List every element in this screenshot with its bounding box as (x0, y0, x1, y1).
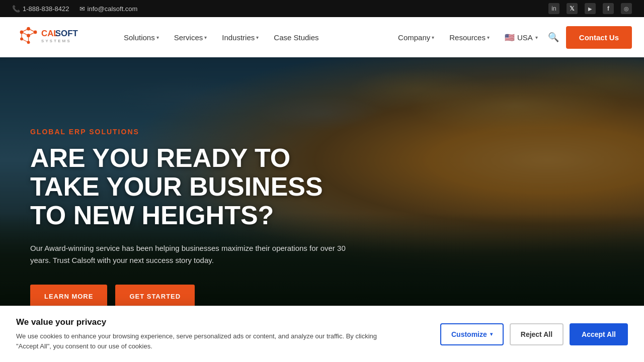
learn-more-button[interactable]: LEARN MORE (30, 285, 107, 308)
nav-right: 🔍 Contact Us (544, 26, 632, 49)
hero-section: GLOBAL ERP SOLUTIONS ARE YOU READY TO TA… (0, 57, 644, 314)
top-bar-contact: 📞 1-888-838-8422 ✉ info@calsoft.com (12, 5, 137, 13)
company-chevron: ▾ (432, 35, 434, 40)
flag-icon: 🇺🇸 (505, 33, 515, 42)
hero-content: GLOBAL ERP SOLUTIONS ARE YOU READY TO TA… (0, 57, 392, 308)
svg-text:SYSTEMS: SYSTEMS (41, 39, 71, 43)
nav-country[interactable]: 🇺🇸 USA ▾ (499, 28, 544, 47)
nav-company[interactable]: Company ▾ (392, 28, 440, 47)
social-links: in 𝕏 ▶ f ◎ (548, 3, 632, 14)
svg-text:SOFT: SOFT (55, 29, 78, 38)
youtube-icon[interactable]: ▶ (585, 3, 596, 14)
nav-case-studies[interactable]: Case Studies (268, 28, 325, 47)
country-chevron: ▾ (535, 35, 538, 40)
email-link[interactable]: ✉ info@calsoft.com (79, 5, 138, 13)
hero-eyebrow: GLOBAL ERP SOLUTIONS (30, 128, 362, 136)
instagram-icon[interactable]: ◎ (621, 3, 632, 14)
top-bar: 📞 1-888-838-8422 ✉ info@calsoft.com in 𝕏… (0, 0, 644, 17)
svg-line-6 (22, 29, 29, 32)
phone-number: 1-888-838-8422 (23, 5, 69, 13)
svg-line-8 (29, 29, 36, 32)
nav-resources[interactable]: Resources ▾ (443, 28, 496, 47)
nav-industries[interactable]: Industries ▾ (216, 28, 265, 47)
logo-area[interactable]: CAL SOFT SYSTEMS (12, 24, 98, 51)
hero-buttons: LEARN MORE GET STARTED (30, 285, 362, 308)
services-chevron: ▾ (204, 35, 207, 40)
search-button[interactable]: 🔍 (544, 28, 563, 47)
nav-services[interactable]: Services ▾ (168, 28, 213, 47)
solutions-chevron: ▾ (156, 35, 159, 40)
linkedin-icon[interactable]: in (548, 3, 559, 14)
nav-links: Solutions ▾ Services ▾ Industries ▾ Case… (118, 28, 544, 47)
email-icon: ✉ (79, 5, 85, 13)
contact-button[interactable]: Contact Us (566, 26, 632, 49)
hero-title: ARE YOU READY TO TAKE YOUR BUSINESS TO N… (30, 144, 362, 230)
svg-line-11 (22, 39, 29, 42)
get-started-button[interactable]: GET STARTED (115, 285, 195, 308)
svg-line-7 (22, 32, 29, 35)
logo-svg: CAL SOFT SYSTEMS (12, 24, 98, 51)
phone-icon: 📞 (12, 5, 20, 13)
facebook-icon[interactable]: f (603, 3, 614, 14)
email-address: info@calsoft.com (88, 5, 138, 13)
resources-chevron: ▾ (487, 35, 490, 40)
industries-chevron: ▾ (256, 35, 259, 40)
svg-line-9 (29, 32, 36, 35)
twitter-icon[interactable]: 𝕏 (567, 3, 578, 14)
hero-subtitle: Our Award-winning service has been helpi… (30, 242, 362, 266)
nav-solutions[interactable]: Solutions ▾ (118, 28, 165, 47)
phone-link[interactable]: 📞 1-888-838-8422 (12, 5, 69, 13)
cookie-banner: We value your privacy We use cookies to … (0, 306, 644, 314)
navbar: CAL SOFT SYSTEMS Solutions ▾ Services ▾ … (0, 17, 644, 57)
search-icon: 🔍 (548, 32, 559, 42)
